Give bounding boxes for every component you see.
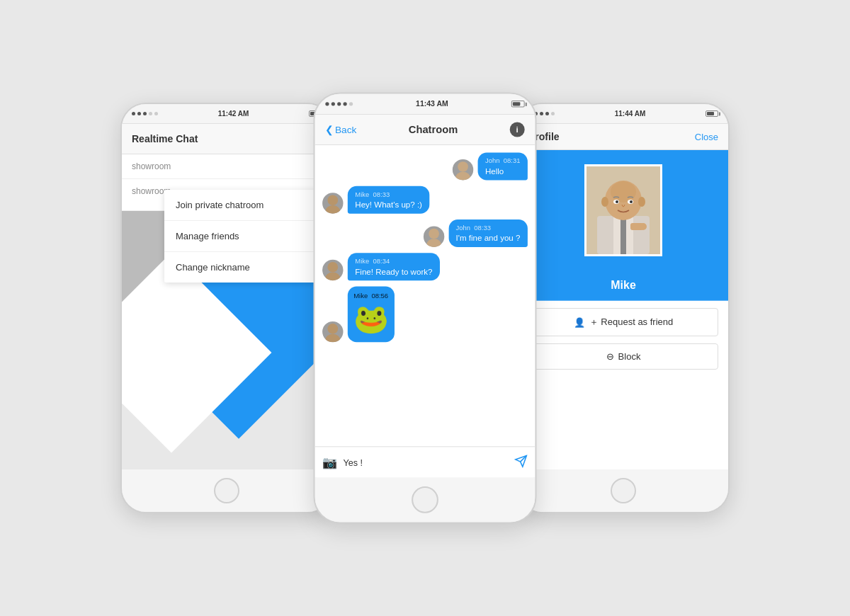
avatar-mike-3 xyxy=(322,321,343,342)
camera-button[interactable]: 📷 xyxy=(322,455,337,469)
message-bubble-2: Mike 08:33 Hey! What's up? :) xyxy=(348,186,430,214)
svg-point-9 xyxy=(325,334,340,343)
message-input[interactable] xyxy=(344,457,509,468)
frog-emoji: 🐸 xyxy=(353,302,388,336)
block-button[interactable]: ⊖ Block xyxy=(528,343,718,370)
svg-rect-15 xyxy=(620,219,626,254)
phone-3: 11:44 AM Profile Close xyxy=(517,103,730,513)
emoji-message: Mike 08:56 🐸 xyxy=(348,287,395,343)
svg-point-8 xyxy=(327,324,338,334)
profile-header: Profile Close xyxy=(518,124,728,150)
message-row-3: John 08:33 I'm fine and you ? xyxy=(322,219,528,247)
status-bar-1: 11:42 AM xyxy=(122,104,332,124)
svg-point-19 xyxy=(638,197,645,207)
profile-actions: 👤 ＋ Request as friend ⊖ Block xyxy=(518,301,728,384)
phones-container: 11:42 AM Realtime Chat ⋮ showroom Join p… xyxy=(106,74,744,542)
phone-bottom-1 xyxy=(122,469,332,512)
chat-list-item-1[interactable]: showroom xyxy=(122,154,332,179)
message-row-5: Mike 08:56 🐸 xyxy=(322,287,528,343)
svg-point-7 xyxy=(325,273,340,281)
avatar-mike-1 xyxy=(322,193,343,213)
dropdown-item-1[interactable]: Join private chatroom xyxy=(164,190,332,221)
info-icon[interactable]: i xyxy=(510,122,525,137)
home-button-1[interactable] xyxy=(214,478,239,503)
svg-point-18 xyxy=(601,197,608,207)
svg-point-23 xyxy=(630,200,633,203)
battery-2 xyxy=(511,101,525,107)
svg-point-5 xyxy=(426,239,441,247)
time-2: 11:43 AM xyxy=(416,100,448,108)
chat-title: Realtime Chat xyxy=(132,133,198,144)
message-row-2: Mike 08:33 Hey! What's up? :) xyxy=(322,186,528,214)
dropdown-item-3[interactable]: Change nickname xyxy=(164,252,332,283)
back-button[interactable]: ❮ Back xyxy=(325,124,356,135)
svg-point-1 xyxy=(455,172,470,181)
msg-text-4: Fine! Ready to work? xyxy=(355,267,432,276)
msg-text-1: Hello xyxy=(485,167,520,176)
chatroom-title: Chatroom xyxy=(363,124,504,136)
screen-3: Profile Close xyxy=(518,124,728,469)
msg-meta-3: John 08:33 xyxy=(456,224,521,232)
chatroom-header: ❮ Back Chatroom i xyxy=(315,115,536,145)
battery-3 xyxy=(706,110,718,117)
dropdown-item-2[interactable]: Manage friends xyxy=(164,221,332,252)
phone-2: 11:43 AM ❮ Back Chatroom i John xyxy=(314,93,537,524)
phone-bottom-2 xyxy=(315,477,536,522)
message-bubble-1: John 08:31 Hello xyxy=(477,153,527,181)
svg-point-6 xyxy=(327,262,338,273)
phone-1: 11:42 AM Realtime Chat ⋮ showroom Join p… xyxy=(120,103,333,513)
block-icon: ⊖ xyxy=(606,351,614,362)
message-bubble-3: John 08:33 I'm fine and you ? xyxy=(448,219,528,247)
home-button-2[interactable] xyxy=(412,486,438,513)
svg-point-22 xyxy=(616,200,618,203)
msg-meta-2: Mike 08:33 xyxy=(355,190,422,198)
messages-area: John 08:31 Hello xyxy=(315,145,536,443)
profile-name: Mike xyxy=(611,279,636,291)
svg-point-25 xyxy=(640,223,647,230)
screen-2: ❮ Back Chatroom i John 08:31 Hello xyxy=(315,115,536,477)
time-3: 11:44 AM xyxy=(615,110,646,118)
msg-text-2: Hey! What's up? :) xyxy=(355,200,422,210)
svg-point-17 xyxy=(611,181,636,203)
home-button-3[interactable] xyxy=(611,478,636,503)
avatar-john-1 xyxy=(453,159,473,180)
profile-name-area: Mike xyxy=(518,270,728,301)
chat-header: Realtime Chat ⋮ xyxy=(122,124,332,154)
status-bar-3: 11:44 AM xyxy=(518,104,728,124)
signal-dots xyxy=(132,112,158,115)
phone-bottom-3 xyxy=(518,469,728,512)
svg-point-3 xyxy=(325,205,340,214)
close-button[interactable]: Close xyxy=(695,132,718,142)
person-add-icon: 👤 xyxy=(574,317,585,328)
send-button[interactable] xyxy=(514,454,528,470)
message-row-4: Mike 08:34 Fine! Ready to work? xyxy=(322,253,528,280)
profile-photo-area xyxy=(518,150,728,270)
status-bar-2: 11:43 AM xyxy=(315,94,536,115)
request-friend-button[interactable]: 👤 ＋ Request as friend xyxy=(528,308,718,336)
msg-meta-1: John 08:31 xyxy=(485,157,520,165)
avatar-john-2 xyxy=(423,227,443,247)
svg-point-4 xyxy=(429,229,439,239)
profile-photo xyxy=(584,164,662,256)
signal-dots-2 xyxy=(325,102,353,105)
message-row-1: John 08:31 Hello xyxy=(322,153,528,181)
chat-input-bar: 📷 xyxy=(315,446,536,477)
svg-point-0 xyxy=(458,161,468,172)
msg-meta-5: Mike 08:56 xyxy=(353,292,388,300)
dropdown-menu: Join private chatroom Manage friends Cha… xyxy=(164,190,332,283)
screen-1: Realtime Chat ⋮ showroom Join private ch… xyxy=(122,124,332,469)
message-bubble-4: Mike 08:34 Fine! Ready to work? xyxy=(348,253,440,280)
avatar-mike-2 xyxy=(322,260,343,280)
msg-meta-4: Mike 08:34 xyxy=(355,258,432,266)
svg-point-2 xyxy=(327,195,338,205)
time-1: 11:42 AM xyxy=(218,110,249,118)
msg-text-3: I'm fine and you ? xyxy=(456,234,521,243)
